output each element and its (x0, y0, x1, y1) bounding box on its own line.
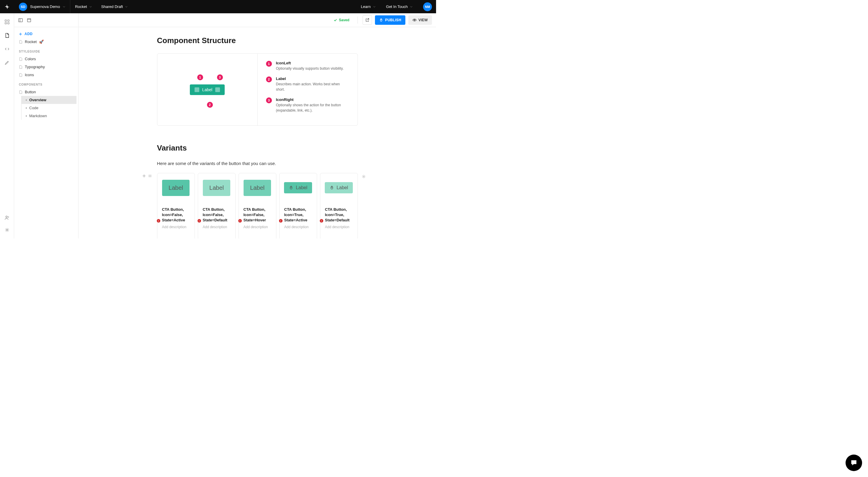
nav-sub-code[interactable]: Code (22, 104, 76, 112)
nav-root-page[interactable]: Rocket 🚀 (16, 38, 76, 46)
panel-icon[interactable] (18, 18, 23, 23)
variant-title: CTA Button, Icon=True, State=Default (323, 207, 354, 223)
heading-structure: Component Structure (157, 36, 358, 45)
plus-icon[interactable] (142, 174, 146, 178)
page-icon (19, 57, 23, 61)
add-button[interactable]: ADD (16, 30, 76, 38)
spec-number: 2 (266, 76, 272, 82)
nav-item-label: Typography (25, 65, 45, 69)
nav-sub-markdown[interactable]: Markdown (22, 112, 76, 120)
spec-title: Label (276, 76, 349, 81)
document-icon[interactable] (4, 33, 10, 38)
error-icon: ! (279, 219, 283, 223)
chevron-down-icon (63, 6, 65, 8)
sub-item-label: Code (29, 106, 38, 110)
chevron-down-icon (373, 6, 376, 8)
error-icon: ! (197, 219, 201, 223)
publish-button[interactable]: PUBLISH (375, 15, 405, 25)
demo-button: Label (190, 85, 225, 95)
drag-icon[interactable] (148, 174, 152, 178)
learn-dropdown[interactable]: Learn (356, 4, 380, 9)
open-external-button[interactable] (363, 15, 372, 25)
bullet-icon (26, 116, 27, 117)
add-label: ADD (25, 32, 33, 36)
svg-rect-9 (27, 18, 31, 22)
code-icon[interactable] (4, 46, 10, 52)
apps-icon[interactable] (4, 19, 10, 25)
nav-item-label: Colors (25, 57, 36, 61)
gear-icon[interactable] (4, 227, 10, 232)
user-avatar[interactable]: NM (423, 2, 432, 11)
new-page-icon[interactable] (27, 18, 31, 23)
svg-point-11 (381, 19, 381, 20)
nav-item-colors[interactable]: Colors (16, 55, 76, 63)
variant-title: CTA Button, Icon=False, State=Default (201, 207, 232, 223)
org-switcher[interactable]: SD Supernova Demo (14, 0, 70, 13)
variant-hint[interactable]: Add description (242, 225, 273, 229)
variant-button: Label (162, 180, 190, 196)
gear-icon[interactable] (361, 174, 366, 179)
variant-title: CTA Button, Icon=False, State=Active (160, 207, 192, 223)
svg-rect-3 (5, 23, 6, 24)
demo-label: Label (202, 87, 212, 92)
nav-sub-overview[interactable]: Overview (22, 96, 76, 104)
error-icon: ! (320, 219, 323, 223)
variant-card[interactable]: Label!CTA Button, Icon=True, State=Defau… (320, 173, 358, 238)
variant-card[interactable]: Label!CTA Button, Icon=True, State=Activ… (279, 173, 317, 238)
variant-hint[interactable]: Add description (201, 225, 232, 229)
page-icon (19, 90, 23, 94)
spec-row: 1IconLeftOptionally visually supports bu… (266, 61, 349, 71)
component-root-label: Button (25, 90, 36, 94)
variants-description: Here are some of the variants of the but… (157, 161, 358, 166)
spec-title: IconLeft (276, 61, 344, 65)
pin-1: 1 (197, 74, 203, 80)
svg-rect-2 (7, 20, 9, 21)
saved-label: Saved (339, 18, 349, 22)
project-dropdown[interactable]: Rocket (70, 0, 96, 13)
pin-3: 3 (217, 74, 223, 80)
contact-dropdown[interactable]: Get In Touch (381, 4, 417, 9)
edit-icon[interactable] (4, 60, 10, 65)
app-logo[interactable] (0, 0, 14, 13)
variant-hint[interactable]: Add description (160, 225, 192, 229)
org-name: Supernova Demo (30, 4, 60, 9)
bullet-icon (26, 99, 27, 101)
variant-preview: Label (160, 178, 192, 198)
variant-button-label: Label (209, 185, 224, 191)
variant-button-label: Label (337, 185, 348, 190)
section-styleguide: STYLEGUIDE (16, 46, 76, 55)
contact-label: Get In Touch (386, 4, 408, 9)
main: Saved PUBLISH VIEW Component Structure 1 (79, 13, 436, 238)
nav-item-label: Icons (25, 73, 34, 77)
page-icon (19, 65, 23, 69)
spec-number: 1 (266, 61, 272, 67)
view-button[interactable]: VIEW (408, 15, 432, 25)
variant-preview: Label (283, 178, 314, 198)
project-name: Rocket (75, 4, 87, 9)
error-icon: ! (157, 219, 160, 223)
draft-name: Shared Draft (101, 4, 123, 9)
spec-number: 3 (266, 97, 272, 103)
variant-button-label: Label (250, 185, 265, 191)
variant-card[interactable]: Label!CTA Button, Icon=False, State=Defa… (198, 173, 236, 238)
variant-hint[interactable]: Add description (323, 225, 354, 229)
spec-desc: Optionally visually supports button visi… (276, 66, 344, 71)
variant-card[interactable]: Label!CTA Button, Icon=False, State=Hove… (239, 173, 276, 238)
nav-item-typography[interactable]: Typography (16, 63, 76, 71)
variant-hint[interactable]: Add description (283, 225, 314, 229)
variant-card[interactable]: Label!CTA Button, Icon=False, State=Acti… (157, 173, 195, 238)
external-link-icon (365, 18, 369, 22)
chevron-down-icon (410, 6, 412, 8)
svg-point-13 (363, 176, 364, 177)
rocket-icon (379, 18, 383, 22)
draft-dropdown[interactable]: Shared Draft (97, 0, 132, 13)
plus-icon (19, 32, 22, 36)
nav-component-button[interactable]: Button (16, 88, 76, 96)
bullet-icon (26, 107, 27, 108)
variant-button-label: Label (296, 185, 307, 190)
page-icon (19, 40, 23, 44)
add-user-icon[interactable] (4, 215, 10, 220)
sidebar: ADD Rocket 🚀 STYLEGUIDE ColorsTypography… (14, 13, 79, 238)
error-icon: ! (238, 219, 242, 223)
nav-item-icons[interactable]: Icons (16, 71, 76, 79)
